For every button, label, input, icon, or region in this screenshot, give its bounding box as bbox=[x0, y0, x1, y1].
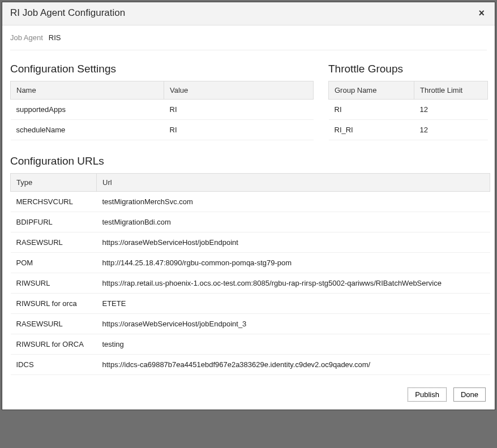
cell-type: RIWSURL bbox=[11, 273, 97, 294]
table-row: POM http://144.25.18.47:8090/rgbu-common… bbox=[11, 253, 490, 273]
cell-name: scheduleName bbox=[11, 120, 164, 140]
table-row: RIWSURL for ORCA testing bbox=[11, 334, 490, 355]
dialog-body: Job Agent RIS Configuration Settings Nam… bbox=[2, 25, 495, 380]
done-button[interactable]: Done bbox=[453, 387, 486, 402]
table-header-row: Group Name Throttle Limit bbox=[329, 81, 488, 100]
cell-type: BDIPFURL bbox=[11, 212, 97, 232]
cell-type: RASEWSURL bbox=[11, 232, 97, 253]
table-row: BDIPFURL testMigrationBdi.com bbox=[11, 212, 490, 232]
publish-button[interactable]: Publish bbox=[408, 387, 447, 402]
table-row: RIWSURL https://rap.retail.us-phoenix-1.… bbox=[11, 273, 490, 294]
table-row: RASEWSURL https://oraseWebServiceHost/jo… bbox=[11, 232, 490, 253]
job-agent-row: Job Agent RIS bbox=[10, 33, 487, 50]
cell-name: supportedApps bbox=[11, 100, 164, 120]
cell-limit: 12 bbox=[414, 120, 488, 140]
dialog-footer: Publish Done bbox=[2, 380, 495, 410]
cell-url: http://144.25.18.47:8090/rgbu-common-pom… bbox=[97, 253, 490, 273]
col-throttle-limit: Throttle Limit bbox=[414, 81, 488, 100]
table-row: RI_RI 12 bbox=[329, 120, 488, 140]
table-row: MERCHSVCURL testMigrationMerchSvc.com bbox=[11, 192, 490, 212]
config-settings-table: Name Value supportedApps RI scheduleName… bbox=[10, 81, 314, 140]
cell-url: testMigrationBdi.com bbox=[97, 212, 490, 232]
top-grid: Configuration Settings Name Value suppor… bbox=[10, 63, 487, 140]
col-type: Type bbox=[11, 174, 97, 192]
dialog-title: RI Job Agent Configuration bbox=[10, 7, 125, 19]
throttle-groups-table: Group Name Throttle Limit RI 12 RI_RI 12 bbox=[328, 81, 488, 140]
dialog: RI Job Agent Configuration × Job Agent R… bbox=[2, 2, 495, 410]
cell-group: RI bbox=[329, 100, 414, 120]
cell-type: RASEWSURL bbox=[11, 314, 97, 334]
table-header-row: Type Url bbox=[11, 174, 490, 192]
config-urls-table: Type Url MERCHSVCURL testMigrationMerchS… bbox=[10, 173, 490, 375]
table-row: IDCS https://idcs-ca69887b7ea4451ebdf967… bbox=[11, 355, 490, 375]
col-group-name: Group Name bbox=[329, 81, 414, 100]
job-agent-value: RIS bbox=[49, 33, 61, 42]
close-icon[interactable]: × bbox=[476, 7, 487, 19]
table-row: supportedApps RI bbox=[11, 100, 314, 120]
cell-url: https://rap.retail.us-phoenix-1.ocs.oc-t… bbox=[97, 273, 490, 294]
cell-type: RIWSURL for orca bbox=[11, 294, 97, 314]
config-settings-title: Configuration Settings bbox=[10, 63, 314, 75]
job-agent-label: Job Agent bbox=[10, 33, 43, 42]
cell-type: MERCHSVCURL bbox=[11, 192, 97, 212]
table-header-row: Name Value bbox=[11, 81, 314, 100]
cell-url: https://idcs-ca69887b7ea4451ebdf967e2a38… bbox=[97, 355, 490, 375]
cell-type: POM bbox=[11, 253, 97, 273]
table-row: RIWSURL for orca ETETE bbox=[11, 294, 490, 314]
table-row: RI 12 bbox=[329, 100, 488, 120]
cell-type: IDCS bbox=[11, 355, 97, 375]
config-urls-title: Configuration URLs bbox=[10, 155, 490, 167]
throttle-groups-panel: Throttle Groups Group Name Throttle Limi… bbox=[328, 63, 488, 140]
cell-url: https://oraseWebServiceHost/jobEndpoint bbox=[97, 232, 490, 253]
cell-value: RI bbox=[164, 120, 314, 140]
cell-url: ETETE bbox=[97, 294, 490, 314]
cell-url: https://oraseWebServiceHost/jobEndpoint_… bbox=[97, 314, 490, 334]
config-urls-panel: Configuration URLs Type Url MERCHSVCURL … bbox=[10, 155, 490, 375]
cell-url: testMigrationMerchSvc.com bbox=[97, 192, 490, 212]
table-row: scheduleName RI bbox=[11, 120, 314, 140]
config-settings-panel: Configuration Settings Name Value suppor… bbox=[10, 63, 314, 140]
col-name: Name bbox=[11, 81, 164, 100]
cell-url: testing bbox=[97, 334, 490, 355]
cell-type: RIWSURL for ORCA bbox=[11, 334, 97, 355]
table-row: RASEWSURL https://oraseWebServiceHost/jo… bbox=[11, 314, 490, 334]
titlebar: RI Job Agent Configuration × bbox=[2, 2, 495, 25]
col-url: Url bbox=[97, 174, 490, 192]
cell-group: RI_RI bbox=[329, 120, 414, 140]
cell-value: RI bbox=[164, 100, 314, 120]
cell-limit: 12 bbox=[414, 100, 488, 120]
throttle-groups-title: Throttle Groups bbox=[328, 63, 488, 75]
col-value: Value bbox=[164, 81, 314, 100]
